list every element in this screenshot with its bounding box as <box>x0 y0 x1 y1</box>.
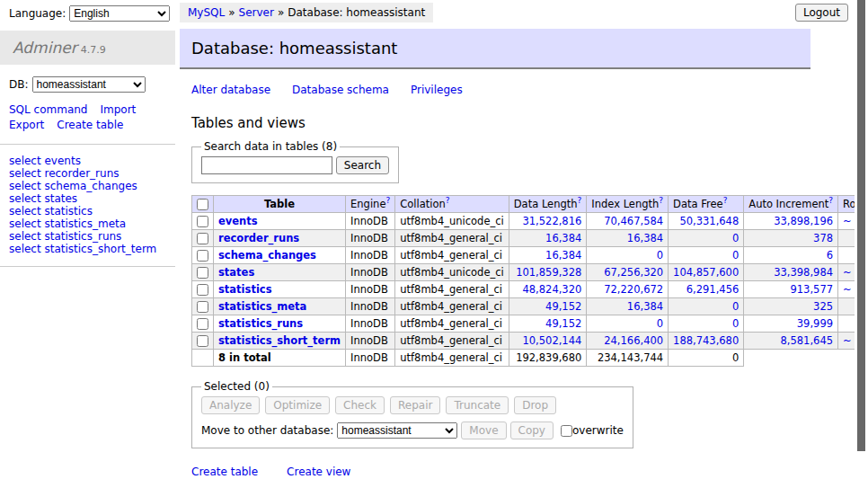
column-help-link[interactable]: ? <box>446 196 450 205</box>
table-stat-link[interactable]: 16,384 <box>627 232 663 244</box>
table-stat-link[interactable]: 16,384 <box>627 300 663 313</box>
table-stat-link[interactable]: 49,152 <box>545 317 581 330</box>
table-stat-link[interactable]: 6 <box>827 249 833 262</box>
sidebar-command-link[interactable]: Create table <box>57 118 123 133</box>
table-name-link[interactable]: statistics_short_term <box>218 334 341 347</box>
table-stat-link[interactable]: 31,522,816 <box>522 215 581 227</box>
table-stat-link[interactable]: 8,581,645 <box>781 334 834 347</box>
db-select[interactable]: homeassistant <box>32 76 146 93</box>
column-help-link[interactable]: ? <box>723 196 728 205</box>
table-stat-link[interactable]: 50,331,648 <box>679 215 739 227</box>
column-help-link[interactable]: ? <box>659 196 663 205</box>
table-stat-link[interactable]: 378 <box>813 232 833 244</box>
row-checkbox[interactable] <box>197 267 208 279</box>
move-db-select[interactable]: homeassistant <box>337 422 457 439</box>
breadcrumb-server-link[interactable]: Server <box>239 6 274 19</box>
optimize-button[interactable]: Optimize <box>265 396 330 414</box>
sidebar-table-link[interactable]: select statistics_runs <box>9 230 168 243</box>
table-stat-link[interactable]: 0 <box>657 249 663 262</box>
table-stat-link[interactable]: 913,577 <box>790 283 833 296</box>
table-stat-link[interactable]: 70,467,584 <box>604 215 663 227</box>
table-stat-link[interactable]: 0 <box>732 317 739 330</box>
drop-button[interactable]: Drop <box>514 396 556 414</box>
create-link[interactable]: Create view <box>287 466 350 478</box>
table-name-link[interactable]: statistics <box>218 283 272 296</box>
collation-cell: utf8mb4_unicode_ci <box>395 213 509 230</box>
table-stat-link[interactable]: 325 <box>813 300 833 313</box>
analyze-button[interactable]: Analyze <box>201 396 260 414</box>
sidebar-command-link[interactable]: Export <box>9 118 44 133</box>
row-checkbox[interactable] <box>197 301 208 313</box>
table-stat-link[interactable]: 33,398,984 <box>774 266 833 279</box>
row-checkbox[interactable] <box>197 335 208 347</box>
database-action-link[interactable]: Privileges <box>411 84 463 96</box>
engine-cell: InnoDB <box>346 247 395 264</box>
table-stat-link[interactable]: 10,502,144 <box>522 334 581 347</box>
table-name-link[interactable]: statistics_meta <box>218 300 306 313</box>
table-row: recorder_runsInnoDButf8mb4_general_ci16,… <box>192 230 868 247</box>
row-select-cell <box>192 264 214 281</box>
table-name-link[interactable]: statistics_runs <box>218 317 303 330</box>
search-button[interactable]: Search <box>336 156 389 174</box>
table-stat-link[interactable]: 24,166,400 <box>604 334 663 347</box>
column-help-link[interactable]: ? <box>828 196 833 205</box>
sidebar-table-link[interactable]: select events <box>9 155 168 167</box>
table-name-link[interactable]: events <box>218 215 258 227</box>
truncate-button[interactable]: Truncate <box>446 396 509 414</box>
table-stat-link[interactable]: 104,857,600 <box>673 266 739 279</box>
table-stat-link[interactable]: 0 <box>732 300 739 313</box>
breadcrumb-mysql-link[interactable]: MySQL <box>188 6 225 19</box>
database-action-link[interactable]: Alter database <box>191 84 270 96</box>
row-checkbox[interactable] <box>197 216 208 227</box>
row-checkbox[interactable] <box>197 318 208 330</box>
table-stat-link[interactable]: 67,256,320 <box>604 266 663 279</box>
row-checkbox[interactable] <box>197 250 208 262</box>
sidebar-table-link[interactable]: select states <box>9 192 168 205</box>
repair-button[interactable]: Repair <box>390 396 440 414</box>
sidebar-table-link[interactable]: select statistics_meta <box>9 217 168 230</box>
table-name-link[interactable]: recorder_runs <box>218 232 299 244</box>
sidebar-command-link[interactable]: Import <box>100 102 136 118</box>
table-stat-link[interactable]: 16,384 <box>545 232 581 244</box>
select-all-checkbox[interactable] <box>197 199 208 210</box>
overwrite-checkbox[interactable] <box>561 425 572 437</box>
table-name-link[interactable]: schema_changes <box>218 249 316 262</box>
search-input[interactable] <box>201 156 332 174</box>
scrollbar-thumb[interactable] <box>857 0 865 451</box>
sidebar-command-link[interactable]: SQL command <box>9 102 87 118</box>
table-stat-link[interactable]: 0 <box>657 317 663 330</box>
table-stat-link[interactable]: 101,859,328 <box>516 266 581 279</box>
table-stat-link[interactable]: 16,384 <box>545 249 581 262</box>
language-select[interactable]: English <box>69 5 170 22</box>
table-name-link[interactable]: states <box>218 266 254 279</box>
table-stat-link[interactable]: 49,152 <box>545 300 581 313</box>
column-help: ? <box>578 196 582 205</box>
sidebar-table-link[interactable]: select schema_changes <box>9 180 168 192</box>
breadcrumb-current: Database: homeassistant <box>288 6 425 19</box>
copy-button[interactable]: Copy <box>510 421 554 439</box>
table-stat-link[interactable]: 188,743,680 <box>673 334 739 347</box>
move-button[interactable]: Move <box>461 421 506 439</box>
table-stat-link[interactable]: 72,220,672 <box>604 283 663 296</box>
table-stat-link[interactable]: 33,898,196 <box>774 215 833 227</box>
database-action-link[interactable]: Database schema <box>292 84 389 96</box>
row-checkbox[interactable] <box>197 233 208 244</box>
vertical-scrollbar[interactable] <box>855 0 868 488</box>
table-stat-link[interactable]: 0 <box>732 232 739 244</box>
create-link[interactable]: Create table <box>191 466 258 478</box>
table-stat-link[interactable]: 39,999 <box>797 317 833 330</box>
check-button[interactable]: Check <box>335 396 385 414</box>
app-logo[interactable]: Adminer4.7.9 <box>0 31 175 65</box>
table-stat-link[interactable]: 0 <box>732 249 739 262</box>
logout-button[interactable]: Logout <box>795 4 848 22</box>
sidebar-table-link[interactable]: select recorder_runs <box>9 167 168 180</box>
row-checkbox[interactable] <box>197 284 208 296</box>
column-help-link[interactable]: ? <box>578 196 582 205</box>
sidebar-table-link[interactable]: select statistics <box>9 205 168 217</box>
table-stat-link[interactable]: 48,824,320 <box>522 283 581 296</box>
col-header-table: Table <box>214 196 346 213</box>
sidebar-table-link[interactable]: select statistics_short_term <box>9 243 168 255</box>
column-help-link[interactable]: ? <box>385 196 390 205</box>
table-stat-link[interactable]: 6,291,456 <box>686 283 740 296</box>
table-row: schema_changesInnoDButf8mb4_general_ci16… <box>192 247 868 264</box>
